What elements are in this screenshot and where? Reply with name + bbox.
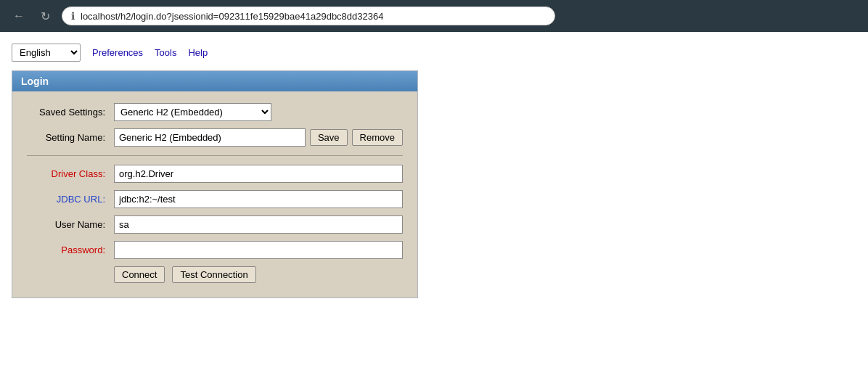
user-name-container [114, 215, 403, 234]
test-connection-button[interactable]: Test Connection [172, 266, 255, 283]
jdbc-url-label: JDBC URL: [27, 194, 114, 205]
save-button[interactable]: Save [310, 129, 348, 146]
user-name-label: User Name: [27, 219, 114, 230]
menu-bar: English French German Spanish Preference… [12, 39, 856, 67]
password-container [114, 241, 403, 259]
tools-link[interactable]: Tools [155, 47, 176, 58]
password-row: Password: [27, 241, 403, 259]
refresh-button[interactable]: ↻ [36, 7, 54, 26]
help-link[interactable]: Help [188, 47, 208, 58]
connect-row: Connect Test Connection [27, 266, 403, 283]
setting-name-input[interactable] [114, 128, 306, 147]
back-icon: ← [13, 9, 25, 22]
saved-settings-row: Saved Settings: Generic H2 (Embedded) Ge… [27, 103, 403, 121]
setting-name-container: Save Remove [114, 128, 403, 147]
address-bar[interactable]: ℹ localhost/h2/login.do?jsessionid=09231… [62, 7, 555, 25]
url-text: localhost/h2/login.do?jsessionid=092311f… [81, 11, 546, 22]
user-name-row: User Name: [27, 215, 403, 234]
preferences-link[interactable]: Preferences [92, 47, 143, 58]
remove-button[interactable]: Remove [352, 129, 403, 146]
jdbc-url-container [114, 190, 403, 208]
login-title: Login [12, 71, 417, 91]
back-button[interactable]: ← [9, 7, 29, 25]
browser-chrome: ← ↻ ℹ localhost/h2/login.do?jsessionid=0… [0, 0, 868, 32]
driver-class-input[interactable] [114, 165, 403, 183]
setting-name-row: Setting Name: Save Remove [27, 128, 403, 147]
password-input[interactable] [114, 241, 403, 259]
refresh-icon: ↻ [41, 9, 50, 23]
login-box: Login Saved Settings: Generic H2 (Embedd… [12, 70, 418, 298]
language-select[interactable]: English French German Spanish [12, 44, 81, 62]
connect-button[interactable]: Connect [114, 266, 165, 283]
jdbc-url-input[interactable] [114, 190, 403, 208]
page-content: English French German Spanish Preference… [0, 32, 868, 305]
driver-class-label: Driver Class: [27, 168, 114, 179]
password-label: Password: [27, 245, 114, 255]
setting-name-label: Setting Name: [27, 132, 114, 143]
saved-settings-select[interactable]: Generic H2 (Embedded) Generic H2 (Server… [114, 103, 271, 121]
saved-settings-label: Saved Settings: [27, 107, 114, 118]
saved-settings-container: Generic H2 (Embedded) Generic H2 (Server… [114, 103, 403, 121]
jdbc-url-row: JDBC URL: [27, 190, 403, 208]
login-body: Saved Settings: Generic H2 (Embedded) Ge… [12, 91, 417, 297]
user-name-input[interactable] [114, 215, 403, 234]
divider [27, 155, 403, 156]
driver-class-container [114, 165, 403, 183]
info-icon: ℹ [71, 10, 75, 22]
driver-class-row: Driver Class: [27, 165, 403, 183]
